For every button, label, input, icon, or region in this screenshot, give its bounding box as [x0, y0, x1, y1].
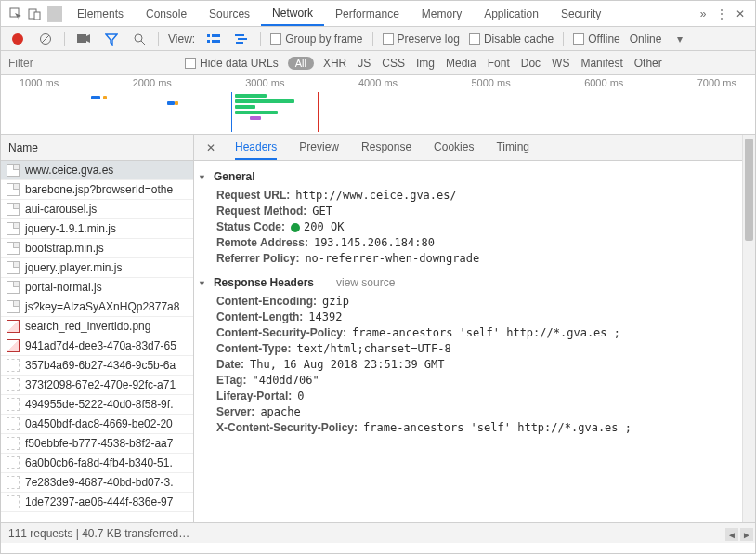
detail-tab-response[interactable]: Response — [361, 140, 411, 154]
tab-memory[interactable]: Memory — [411, 1, 473, 26]
inspect-icon[interactable] — [7, 5, 25, 23]
request-row[interactable]: 1de72397-ae06-444f-836e-97 — [1, 493, 193, 512]
request-row[interactable]: f50ebbfe-b777-4538-b8f2-aa7 — [1, 434, 193, 454]
request-row[interactable]: 357b4a69-6b27-4346-9c5b-6a — [1, 356, 193, 376]
group-by-frame-checkbox[interactable]: Group by frame — [270, 33, 362, 46]
filter-type-doc[interactable]: Doc — [521, 57, 541, 70]
filter-type-css[interactable]: CSS — [382, 57, 405, 70]
group-by-frame-label: Group by frame — [285, 33, 362, 46]
tab-elements[interactable]: Elements — [66, 1, 135, 26]
request-row[interactable]: 373f2098-67e2-470e-92fc-a71 — [1, 376, 193, 395]
record-button[interactable] — [8, 30, 27, 48]
view-waterfall-icon[interactable] — [232, 30, 251, 48]
file-img-icon — [7, 320, 20, 333]
detail-tab-preview[interactable]: Preview — [299, 140, 339, 154]
tab-application[interactable]: Application — [473, 1, 550, 26]
hide-data-urls-label: Hide data URLs — [200, 57, 279, 70]
close-icon[interactable]: ✕ — [731, 5, 749, 23]
filter-all[interactable]: All — [288, 57, 314, 70]
view-source-link[interactable]: view source — [336, 276, 395, 289]
request-name: jquery.jplayer.min.js — [25, 261, 122, 274]
status-text: 111 requests | 40.7 KB transferred… — [8, 527, 189, 540]
tab-performance[interactable]: Performance — [324, 1, 411, 26]
response-headers-section[interactable]: Response Headersview source — [198, 276, 746, 289]
filter-icon[interactable] — [102, 30, 121, 48]
clear-button[interactable] — [36, 30, 55, 48]
detail-tab-cookies[interactable]: Cookies — [434, 140, 474, 154]
request-name: aui-carousel.js — [25, 203, 97, 216]
request-row[interactable]: www.ceice.gva.es — [1, 161, 193, 180]
tab-console[interactable]: Console — [135, 1, 198, 26]
request-row[interactable]: barebone.jsp?browserId=othe — [1, 180, 193, 200]
file-doc-icon — [7, 203, 20, 216]
general-title: General — [214, 170, 255, 183]
filter-type-xhr[interactable]: XHR — [323, 57, 346, 70]
view-large-icon[interactable] — [204, 30, 223, 48]
detail-tab-timing[interactable]: Timing — [496, 140, 529, 154]
request-row[interactable]: 941ad7d4-dee3-470a-83d7-65 — [1, 336, 193, 356]
scroll-right-icon[interactable]: ► — [740, 528, 753, 541]
online-select[interactable]: Online — [630, 33, 662, 46]
response-header-key: Content-Encoding: — [216, 295, 317, 308]
filter-type-ws[interactable]: WS — [552, 57, 569, 70]
separator — [372, 32, 373, 46]
tab-network[interactable]: Network — [261, 1, 324, 26]
scroll-left-icon[interactable]: ◄ — [725, 528, 738, 541]
response-header-key: Liferay-Portal: — [216, 389, 292, 402]
detail-tab-headers[interactable]: Headers — [235, 140, 277, 160]
request-row[interactable]: 7e283de9-4687-40bd-bd07-3. — [1, 473, 193, 493]
camera-icon[interactable] — [74, 30, 93, 48]
horizontal-scroll[interactable]: ◄ ► — [725, 528, 753, 541]
close-detail-icon[interactable]: ✕ — [203, 141, 218, 154]
device-toggle-icon[interactable] — [25, 5, 44, 23]
status-bar: 111 requests | 40.7 KB transferred… ◄ ► — [1, 522, 755, 543]
general-section[interactable]: General — [198, 170, 746, 183]
request-name: 6a0b0cb6-fa8d-4fb4-b340-51. — [25, 456, 173, 469]
offline-checkbox[interactable]: Offline — [573, 33, 619, 46]
request-row[interactable]: jquery.jplayer.min.js — [1, 258, 193, 278]
file-blank-icon — [7, 437, 20, 450]
tab-security[interactable]: Security — [550, 1, 612, 26]
request-row[interactable]: search_red_invertido.png — [1, 317, 193, 336]
search-icon[interactable] — [130, 30, 149, 48]
kebab-icon[interactable]: ⋮ — [712, 5, 731, 23]
request-row[interactable]: aui-carousel.js — [1, 200, 193, 219]
request-name: 373f2098-67e2-470e-92fc-a71 — [25, 378, 176, 391]
requests-header[interactable]: Name — [1, 135, 193, 161]
request-row[interactable]: 494955de-5222-40d0-8f58-9f. — [1, 395, 193, 415]
chevrons-right-icon[interactable]: » — [694, 5, 712, 23]
throttling-dropdown-icon[interactable]: ▾ — [671, 30, 689, 48]
filter-type-manifest[interactable]: Manifest — [580, 57, 622, 70]
timeline-tick: 2000 ms — [133, 77, 172, 88]
offline-label: Offline — [588, 33, 619, 46]
request-row[interactable]: bootstrap.min.js — [1, 239, 193, 258]
hide-data-urls-checkbox[interactable]: Hide data URLs — [185, 57, 279, 70]
filter-input[interactable] — [8, 57, 148, 70]
request-url-key: Request URL: — [216, 189, 290, 202]
timeline-tick: 1000 ms — [20, 77, 59, 88]
disable-cache-label: Disable cache — [484, 33, 554, 46]
preserve-log-checkbox[interactable]: Preserve log — [383, 33, 460, 46]
tab-sources[interactable]: Sources — [198, 1, 261, 26]
filter-type-other[interactable]: Other — [634, 57, 662, 70]
remote-address-value: 193.145.206.184:80 — [314, 236, 435, 249]
request-row[interactable]: jquery-1.9.1.min.js — [1, 219, 193, 239]
request-row[interactable]: js?key=AIzaSyAXnHQp2877a8 — [1, 297, 193, 317]
file-blank-icon — [7, 476, 20, 489]
detail-panel: ✕ HeadersPreviewResponseCookiesTiming Ge… — [194, 135, 755, 522]
network-timeline[interactable]: 1000 ms2000 ms3000 ms4000 ms5000 ms6000 … — [1, 75, 755, 135]
scrollbar[interactable] — [742, 135, 755, 522]
status-dot-icon — [291, 223, 300, 232]
disable-cache-checkbox[interactable]: Disable cache — [469, 33, 554, 46]
response-header-key: ETag: — [216, 374, 246, 387]
file-blank-icon — [7, 417, 20, 430]
filter-type-img[interactable]: Img — [416, 57, 435, 70]
request-row[interactable]: 0a450bdf-dac8-4669-be02-20 — [1, 415, 193, 434]
filter-type-js[interactable]: JS — [358, 57, 371, 70]
filter-type-media[interactable]: Media — [446, 57, 476, 70]
filter-bar: Hide data URLs All XHRJSCSSImgMediaFontD… — [1, 51, 755, 75]
request-row[interactable]: 6a0b0cb6-fa8d-4fb4-b340-51. — [1, 454, 193, 473]
request-row[interactable]: portal-normal.js — [1, 278, 193, 297]
request-name: 357b4a69-6b27-4346-9c5b-6a — [25, 359, 176, 372]
filter-type-font[interactable]: Font — [488, 57, 510, 70]
